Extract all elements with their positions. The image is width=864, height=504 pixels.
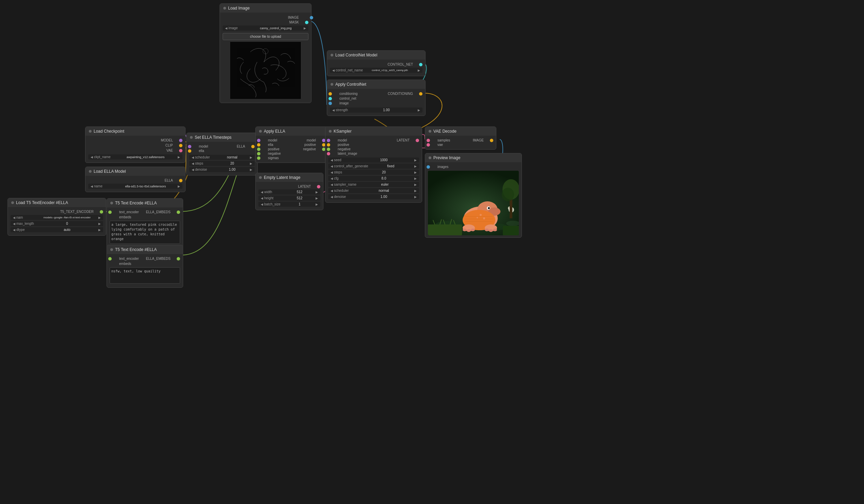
t5-dtype-next[interactable]: ▶ <box>97 228 102 232</box>
ksampler-sampler-next[interactable]: ▶ <box>413 183 418 186</box>
empty-latent-batch-prev[interactable]: ◀ <box>260 203 264 206</box>
svg-point-19 <box>467 229 471 232</box>
t5-name-prev[interactable]: ◀ <box>12 216 16 219</box>
apply-ella-neg-out-label: negative <box>303 147 316 151</box>
set-ella-denoise-next[interactable]: ▶ <box>249 168 253 171</box>
apply-cn-strength-field[interactable]: ◀ strength 1.00 ▶ <box>330 108 422 113</box>
empty-latent-height-next[interactable]: ▶ <box>314 197 319 200</box>
checkpoint-name-field[interactable]: ◀ ckpt_name awpainting_v12.safetensors ▶ <box>88 155 182 160</box>
ksampler-scheduler-prev[interactable]: ◀ <box>329 189 334 193</box>
svg-point-36 <box>502 188 514 201</box>
ksampler-steps-prev[interactable]: ◀ <box>329 171 334 174</box>
set-ella-sched-next[interactable]: ▶ <box>249 156 253 159</box>
empty-latent-batch-next[interactable]: ▶ <box>314 203 319 206</box>
ksampler-seed-next[interactable]: ▶ <box>413 159 418 162</box>
ksampler-scheduler-value: normal <box>355 189 413 193</box>
empty-latent-height-field[interactable]: ◀ height 512 ▶ <box>259 196 320 201</box>
ksampler-cfg-label: cfg <box>334 176 355 180</box>
load-image-field-label: image <box>228 26 249 30</box>
ella-model-name-field[interactable]: ◀ name ella-sd1.5-tsc-t5xl.safetensors ▶ <box>88 184 182 189</box>
ksampler-cfg-next[interactable]: ▶ <box>413 177 418 180</box>
ksampler-sampler-field[interactable]: ◀ sampler_name euler ▶ <box>328 182 419 187</box>
empty-latent-width-prev[interactable]: ◀ <box>260 190 264 194</box>
empty-latent-batch-field[interactable]: ◀ batch_size 1 ▶ <box>259 202 320 207</box>
ksampler-seed-label: seed <box>334 158 355 162</box>
ksampler-cfg-field[interactable]: ◀ cfg 8.0 ▶ <box>328 176 419 181</box>
t5-maxlen-next[interactable]: ▶ <box>97 222 102 225</box>
apply-ella-ella-in-label: ella <box>268 143 273 147</box>
ella-model-next-btn[interactable]: ▶ <box>177 185 181 188</box>
load-image-output-mask-port <box>305 21 309 24</box>
set-ella-sched-prev[interactable]: ◀ <box>191 156 195 159</box>
ksampler-denoise-next[interactable]: ▶ <box>413 195 418 199</box>
ksampler-denoise-label: denoise <box>334 195 355 199</box>
apply-controlnet-header: Apply ControlNet <box>327 80 425 89</box>
checkpoint-prev-btn[interactable]: ◀ <box>89 156 94 159</box>
empty-latent-width-label: width <box>264 190 285 194</box>
ksampler-seed-field[interactable]: ◀ seed 1000 ▶ <box>328 158 419 162</box>
apply-controlnet-title: Apply ControlNet <box>335 82 366 87</box>
load-image-prev-btn[interactable]: ◀ <box>224 26 228 30</box>
t5-dtype-prev[interactable]: ◀ <box>12 228 16 232</box>
controlnet-name-field[interactable]: ◀ control_net_name control_v11p_sd15_can… <box>330 68 422 73</box>
t5-neg-embeds-port <box>177 257 180 260</box>
ksampler-control-next[interactable]: ▶ <box>413 164 418 168</box>
empty-latent-width-next[interactable]: ▶ <box>314 190 319 194</box>
checkpoint-model-port <box>179 139 182 142</box>
ksampler-scheduler-field[interactable]: ◀ scheduler normal ▶ <box>328 188 419 193</box>
ksampler-scheduler-next[interactable]: ▶ <box>413 189 418 193</box>
set-ella-steps-next[interactable]: ▶ <box>249 162 253 165</box>
ksampler-sampler-value: euler <box>357 183 413 186</box>
load-image-upload-btn[interactable]: choose file to upload <box>223 33 309 40</box>
apply-cn-strength-next[interactable]: ▶ <box>417 109 421 112</box>
ksampler-title: KSampler <box>334 129 352 134</box>
ksampler-control-field[interactable]: ◀ control_after_generate fixed ▶ <box>328 163 419 169</box>
set-ella-scheduler-field[interactable]: ◀ scheduler normal ▶ <box>189 155 255 160</box>
t5-neg-embeds-label: ELLA_EMBEDS <box>146 257 170 260</box>
load-image-image-field[interactable]: ◀ image canny_control_img.png ▶ <box>223 25 309 30</box>
t5-name-next[interactable]: ▶ <box>97 216 102 219</box>
load-t5-header: Load T5 TextEncoder #ELLA <box>8 198 106 207</box>
vae-decode-vae-port <box>427 143 430 147</box>
load-image-field-value: canny_control_img.png <box>249 26 303 30</box>
ksampler-steps-next[interactable]: ▶ <box>413 171 418 174</box>
ella-model-prev-btn[interactable]: ◀ <box>89 185 94 188</box>
preview-image-header: Preview Image <box>425 153 521 162</box>
ksampler-control-label: control_after_generate <box>334 164 368 168</box>
set-ella-ella-port <box>188 149 191 153</box>
ksampler-sampler-prev[interactable]: ◀ <box>329 183 334 186</box>
ksampler-cfg-prev[interactable]: ◀ <box>329 177 334 180</box>
t5-name-field[interactable]: ◀ nam models--google--flan-t5-xl-text-en… <box>11 215 103 220</box>
vae-decode-samples-label: samples <box>437 138 450 142</box>
ksampler-sampler-label: sampler_name <box>334 183 357 186</box>
controlnet-prev-btn[interactable]: ◀ <box>331 69 336 72</box>
ksampler-denoise-field[interactable]: ◀ denoise 1.00 ▶ <box>328 194 419 199</box>
load-image-next-btn[interactable]: ▶ <box>303 26 307 30</box>
set-ella-denoise-field[interactable]: ◀ denoise 1.00 ▶ <box>189 167 255 172</box>
ksampler-output-port <box>416 139 419 142</box>
controlnet-field-value: control_v11p_sd15_canny.pth <box>363 69 417 72</box>
apply-cn-strength-prev[interactable]: ◀ <box>331 109 336 112</box>
ksampler-denoise-prev[interactable]: ◀ <box>329 195 334 199</box>
t5-pos-text-area[interactable]: a large, textured pink crocodile lying c… <box>110 221 180 244</box>
empty-latent-width-field[interactable]: ◀ width 512 ▶ <box>259 189 320 195</box>
set-ella-steps-prev[interactable]: ◀ <box>191 162 195 165</box>
checkpoint-next-btn[interactable]: ▶ <box>177 156 181 159</box>
apply-ella-node: Apply ELLA model ella positive <box>255 126 328 163</box>
t5-neg-text-area[interactable]: nsfw, text, low quaility <box>110 267 180 284</box>
load-ella-model-node: Load ELLA Model ELLA ◀ name ella-sd1.5-t… <box>85 167 185 192</box>
load-t5-title: Load T5 TextEncoder #ELLA <box>16 200 68 205</box>
ksampler-steps-field[interactable]: ◀ steps 20 ▶ <box>328 170 419 175</box>
empty-latent-height-prev[interactable]: ◀ <box>260 197 264 200</box>
t5-maxlen-field[interactable]: ◀ max_length 0 ▶ <box>11 221 103 226</box>
load-image-output-mask-label: MASK <box>289 21 299 24</box>
t5-maxlen-prev[interactable]: ◀ <box>12 222 16 225</box>
set-ella-denoise-prev[interactable]: ◀ <box>191 168 195 171</box>
ksampler-seed-prev[interactable]: ◀ <box>329 159 334 162</box>
ksampler-steps-value: 20 <box>355 170 413 174</box>
set-ella-steps-field[interactable]: ◀ steps 20 ▶ <box>189 161 255 166</box>
ksampler-control-prev[interactable]: ◀ <box>329 164 334 168</box>
t5-dtype-field[interactable]: ◀ dtype auto ▶ <box>11 227 103 232</box>
controlnet-next-btn[interactable]: ▶ <box>417 69 421 72</box>
apply-cn-conditioning-port <box>328 92 332 96</box>
